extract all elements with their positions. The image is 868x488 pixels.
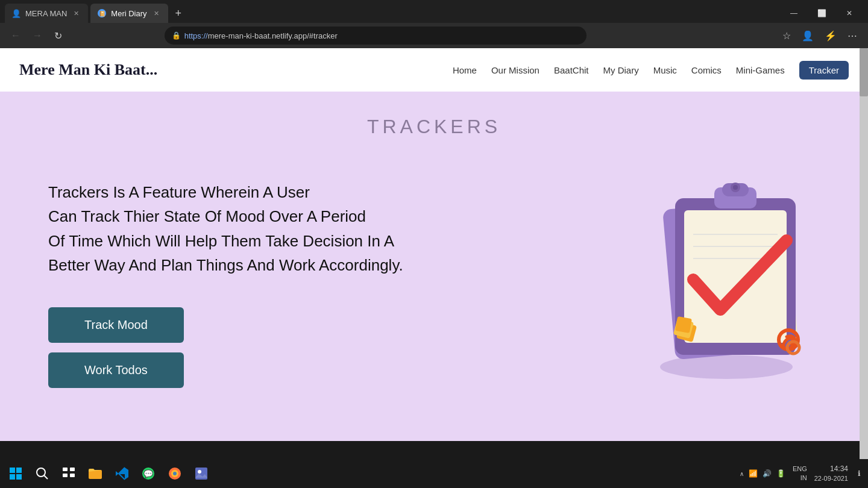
- svg-rect-27: [70, 468, 75, 471]
- vscode-icon[interactable]: [111, 463, 133, 484]
- hero-section: TRACKERS Trackers Is A Feature Wherein A…: [0, 92, 868, 441]
- extensions-button[interactable]: ⚡: [821, 28, 840, 44]
- svg-line-25: [44, 475, 48, 479]
- tab-favicon-2: 📔: [98, 9, 106, 17]
- site-brand: Mere Man Ki Baat...: [19, 61, 453, 79]
- svg-rect-28: [63, 474, 68, 477]
- favorites-button[interactable]: ☆: [779, 28, 794, 44]
- scrollbar-thumb[interactable]: [860, 48, 868, 96]
- browser-window: 👤 MERA MAN ✕ 📔 Meri Diary ✕ + — ⬜ ✕ ← → …: [0, 0, 868, 48]
- nav-music[interactable]: Music: [653, 65, 677, 75]
- profile-button[interactable]: 👤: [798, 28, 817, 44]
- trackers-title: TRACKERS: [48, 116, 820, 138]
- taskbar-right: ∧ 📶 🔊 🔋 ENGIN 14:34 22-09-2021 ℹ: [740, 464, 863, 483]
- window-controls: — ⬜ ✕: [780, 4, 863, 23]
- desc-line-3: Of Time Which Will Help Them Take Decisi…: [48, 232, 394, 250]
- url-host: mere-man-ki-baat.netlify.app: [208, 31, 307, 40]
- notification-button[interactable]: ℹ: [855, 469, 863, 478]
- maximize-button[interactable]: ⬜: [808, 4, 835, 23]
- nav-tracker[interactable]: Tracker: [799, 61, 849, 80]
- language-indicator: ENGIN: [793, 465, 807, 483]
- tab-close-1[interactable]: ✕: [72, 9, 81, 18]
- svg-rect-21: [16, 468, 22, 473]
- hero-buttons: Track Mood Work Todos: [48, 307, 458, 388]
- tab-favicon-1: 👤: [12, 9, 20, 17]
- svg-rect-29: [70, 474, 75, 477]
- volume-icon[interactable]: 🔊: [763, 469, 772, 478]
- new-tab-button[interactable]: +: [171, 7, 187, 20]
- nav-baatchit[interactable]: BaatChit: [554, 65, 589, 75]
- svg-rect-17: [675, 316, 692, 333]
- address-bar-right: ☆ 👤 ⚡ ⋯: [779, 28, 861, 44]
- time-date-display[interactable]: ENGIN: [793, 465, 807, 483]
- nav-our-mission[interactable]: Our Mission: [491, 65, 539, 75]
- url-path: /#tracker: [307, 31, 338, 40]
- menu-button[interactable]: ⋯: [844, 28, 861, 44]
- task-view-button[interactable]: [58, 463, 80, 484]
- hero-content: Trackers Is A Feature Wherein A User Can…: [48, 168, 820, 405]
- hero-description: Trackers Is A Feature Wherein A User Can…: [48, 180, 458, 277]
- svg-marker-32: [116, 471, 119, 476]
- hero-text-block: Trackers Is A Feature Wherein A User Can…: [48, 168, 458, 388]
- svg-text:💬: 💬: [143, 469, 154, 479]
- clipboard-svg: [627, 162, 820, 385]
- svg-rect-26: [63, 468, 68, 471]
- clipboard-illustration: [627, 162, 820, 379]
- taskbar-start: 💬: [5, 463, 212, 484]
- website-content: Mere Man Ki Baat... Home Our Mission Baa…: [0, 48, 868, 459]
- tab-close-2[interactable]: ✕: [152, 9, 161, 18]
- url-display: https://mere-man-ki-baat.netlify.app/#tr…: [184, 31, 338, 40]
- clock: 14:34 22-09-2021: [814, 464, 848, 483]
- svg-line-34: [119, 474, 125, 480]
- nav-home[interactable]: Home: [453, 65, 477, 75]
- nav-comics[interactable]: Comics: [691, 65, 722, 75]
- close-button[interactable]: ✕: [835, 4, 863, 23]
- refresh-button[interactable]: ↻: [51, 28, 66, 44]
- svg-point-41: [198, 470, 201, 474]
- lock-icon: 🔒: [172, 31, 181, 40]
- nav-mini-games[interactable]: Mini-Games: [736, 65, 785, 75]
- svg-text:📔: 📔: [99, 10, 106, 17]
- svg-point-10: [733, 185, 738, 190]
- photos-icon[interactable]: [190, 463, 212, 484]
- site-navbar: Mere Man Ki Baat... Home Our Mission Baa…: [0, 48, 868, 92]
- svg-point-24: [37, 468, 45, 477]
- file-explorer-icon[interactable]: [84, 463, 106, 484]
- minimize-button[interactable]: —: [780, 4, 808, 23]
- nav-my-diary[interactable]: My Diary: [603, 65, 639, 75]
- svg-rect-23: [16, 474, 22, 480]
- address-bar: ← → ↻ 🔒 https://mere-man-ki-baat.netlify…: [0, 23, 868, 48]
- tab-label-2: Meri Diary: [111, 9, 146, 18]
- svg-point-39: [173, 472, 177, 475]
- tab-mera-man[interactable]: 👤 MERA MAN ✕: [5, 4, 88, 23]
- search-button[interactable]: [31, 463, 53, 484]
- desc-line-1: Trackers Is A Feature Wherein A User: [48, 183, 310, 201]
- firefox-icon[interactable]: [164, 463, 186, 484]
- tray-arrow[interactable]: ∧: [740, 471, 744, 477]
- svg-rect-20: [10, 468, 15, 473]
- scrollbar-track[interactable]: [860, 48, 868, 459]
- time-display: 14:34: [814, 464, 848, 474]
- site-navigation: Home Our Mission BaatChit My Diary Music…: [453, 61, 849, 80]
- whatsapp-icon[interactable]: 💬: [137, 463, 159, 484]
- desc-line-4: Better Way And Plan Things And Work Acco…: [48, 256, 403, 274]
- start-button[interactable]: [5, 463, 27, 484]
- url-scheme: https://: [184, 31, 208, 40]
- system-tray: ∧ 📶 🔊 🔋: [740, 469, 785, 478]
- forward-button[interactable]: →: [29, 28, 46, 43]
- svg-point-2: [660, 355, 793, 379]
- desc-line-2: Can Track Thier State Of Mood Over A Per…: [48, 207, 366, 225]
- tab-bar: 👤 MERA MAN ✕ 📔 Meri Diary ✕ + — ⬜ ✕: [0, 0, 868, 23]
- back-button[interactable]: ←: [7, 28, 24, 43]
- svg-rect-22: [10, 474, 15, 480]
- battery-icon: 🔋: [776, 469, 785, 478]
- tab-meri-diary[interactable]: 📔 Meri Diary ✕: [90, 4, 168, 23]
- work-todos-button[interactable]: Work Todos: [48, 352, 184, 388]
- taskbar: 💬 ∧ 📶 🔊 🔋 ENGIN 14:34 22-09-2021 ℹ: [0, 459, 868, 488]
- network-icon: 📶: [749, 469, 758, 478]
- tab-label-1: MERA MAN: [25, 9, 67, 18]
- date-display: 22-09-2021: [814, 474, 848, 483]
- track-mood-button[interactable]: Track Mood: [48, 307, 184, 343]
- url-bar[interactable]: 🔒 https://mere-man-ki-baat.netlify.app/#…: [165, 27, 587, 45]
- svg-rect-11: [684, 210, 787, 343]
